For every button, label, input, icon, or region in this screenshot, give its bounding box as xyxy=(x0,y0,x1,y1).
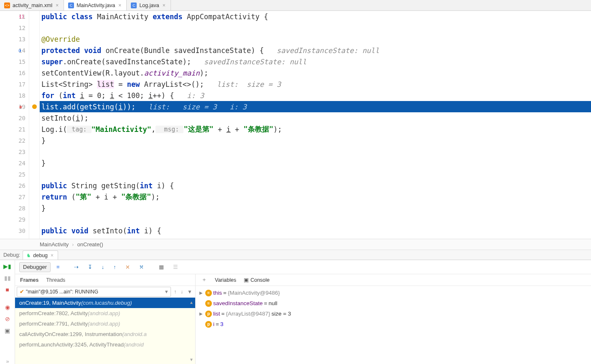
stop-icon[interactable]: ■ xyxy=(4,286,11,293)
mute-breakpoints-icon[interactable]: ⊘ xyxy=(4,315,11,323)
frames-panel: Frames Threads ✔ "main"@9,105 ...ain": R… xyxy=(15,274,196,364)
line-number[interactable]: 20 xyxy=(0,112,29,124)
frames-subtab[interactable]: Frames xyxy=(20,277,38,283)
variable-row[interactable]: ▶ p list = {ArrayList@9487} size = 3 xyxy=(198,308,591,319)
code-area[interactable]: public class MainActivity extends AppCom… xyxy=(40,11,591,239)
code-line[interactable] xyxy=(40,22,591,33)
line-number[interactable]: 11⟨⟩ xyxy=(0,11,29,22)
close-icon[interactable]: × xyxy=(117,3,122,8)
next-frame-icon[interactable]: ↓ xyxy=(179,289,184,295)
more-icon[interactable]: » xyxy=(0,358,15,364)
expand-icon[interactable]: ▶ xyxy=(198,291,204,295)
scroll-down-icon[interactable]: ▼ xyxy=(189,356,194,362)
variables-tree[interactable]: ▶ ≡ this = {MainActivity@9486} ≡ savedIn… xyxy=(196,286,591,364)
step-over-icon[interactable]: ↧ xyxy=(84,262,96,272)
resume-icon[interactable]: ▶▮ xyxy=(4,263,11,270)
line-number[interactable]: 16 xyxy=(0,67,29,78)
code-line[interactable]: for (int i = 0; i < 100; i++) { i: 3 xyxy=(40,90,591,101)
variable-row[interactable]: ▶ ≡ this = {MainActivity@9486} xyxy=(198,288,591,298)
code-line-current[interactable]: list.add(getSting(i)); list: size = 3 i:… xyxy=(40,101,591,112)
code-line[interactable]: public String getSting(int i) { xyxy=(40,180,591,191)
debugger-tab[interactable]: Debugger xyxy=(19,262,51,272)
pause-icon[interactable]: ▮▮ xyxy=(4,274,11,282)
code-line[interactable]: return ("第" + i + "条教据"); xyxy=(40,191,591,202)
code-editor[interactable]: 11⟨⟩ 12 13 14◑ 15 16 17 18 19◉ 20 21 22 … xyxy=(0,11,591,239)
stack-frame[interactable]: performCreate:7802, Activity (android.ap… xyxy=(15,308,195,318)
code-line[interactable]: } xyxy=(40,202,591,214)
step-out-icon[interactable]: ⤫ xyxy=(122,262,133,272)
code-line[interactable] xyxy=(40,169,591,180)
threads-icon[interactable]: ≡ xyxy=(53,262,63,272)
debug-config-tab[interactable]: ♞ debug × xyxy=(23,250,58,260)
add-watch-icon[interactable]: ＋ xyxy=(201,276,207,283)
line-number[interactable]: 15 xyxy=(0,56,29,67)
line-number[interactable]: 21 xyxy=(0,124,29,135)
line-number[interactable]: 23 xyxy=(0,146,29,157)
prev-frame-icon[interactable]: ↑ xyxy=(173,289,178,295)
step-into-icon[interactable]: ↓ xyxy=(98,262,108,272)
code-line[interactable]: public class MainActivity extends AppCom… xyxy=(40,11,591,22)
camera-icon[interactable]: ▣ xyxy=(4,327,11,334)
code-line[interactable]: setInto(i); xyxy=(40,112,591,124)
xml-file-icon: <> xyxy=(4,3,10,8)
code-line[interactable] xyxy=(40,146,591,157)
variable-row[interactable]: p i = 3 xyxy=(198,319,591,329)
editor-tab-main-activity[interactable]: C MainActivity.java × xyxy=(64,0,127,10)
line-number[interactable]: 17 xyxy=(0,78,29,90)
variables-subtab[interactable]: Variables xyxy=(215,277,236,283)
breakpoint-checked-icon[interactable]: ◉ xyxy=(19,104,22,109)
evaluate-expression-icon[interactable]: ▦ xyxy=(155,262,167,272)
force-step-into-icon[interactable]: ↑ xyxy=(110,262,120,272)
line-number[interactable]: 19◉ xyxy=(0,101,29,112)
code-line[interactable]: } xyxy=(40,157,591,169)
close-icon[interactable]: × xyxy=(162,3,166,8)
editor-gutter[interactable]: 11⟨⟩ 12 13 14◑ 15 16 17 18 19◉ 20 21 22 … xyxy=(0,11,29,239)
code-line[interactable]: Log.i( tag: "MainActivity", msg: "这是第" +… xyxy=(40,124,591,135)
code-line[interactable]: } xyxy=(40,135,591,146)
call-stack[interactable]: onCreate:19, MainActivity (com.lucashu.d… xyxy=(15,298,195,364)
threads-subtab[interactable]: Threads xyxy=(46,277,65,283)
line-number[interactable]: 29 xyxy=(0,214,29,225)
line-number[interactable]: 26 xyxy=(0,180,29,191)
variable-row[interactable]: ≡ savedInstanceState = null xyxy=(198,298,591,308)
close-icon[interactable]: × xyxy=(55,3,59,8)
line-number[interactable]: 27 xyxy=(0,191,29,202)
line-number[interactable]: 12 xyxy=(0,22,29,33)
stack-frame[interactable]: onCreate:19, MainActivity (com.lucashu.d… xyxy=(15,298,195,308)
code-line[interactable]: setContentView(R.layout.activity_main); xyxy=(40,67,591,78)
expand-icon[interactable]: ▶ xyxy=(198,311,204,316)
scroll-up-icon[interactable]: ▲ xyxy=(189,299,194,305)
stack-frame[interactable]: callActivityOnCreate:1299, Instrumentati… xyxy=(15,329,195,339)
filter-icon[interactable]: ▼ xyxy=(186,289,194,295)
code-line[interactable]: super.onCreate(savedInstanceState); save… xyxy=(40,56,591,67)
line-number[interactable]: 18 xyxy=(0,90,29,101)
close-icon[interactable]: × xyxy=(50,253,54,258)
editor-tab-log-java[interactable]: C Log.java × xyxy=(127,0,171,10)
line-number[interactable]: 14◑ xyxy=(0,45,29,56)
show-execution-point-icon[interactable]: ⇢ xyxy=(71,262,82,272)
trace-icon[interactable]: ☰ xyxy=(170,262,181,272)
console-subtab[interactable]: ▣Console xyxy=(244,277,270,283)
line-number[interactable]: 13 xyxy=(0,33,29,45)
field-badge-icon: ≡ xyxy=(205,290,212,296)
line-number[interactable]: 22 xyxy=(0,135,29,146)
code-line[interactable]: List<String> list = new ArrayList<>(); l… xyxy=(40,78,591,90)
drop-frame-icon[interactable]: ⤲ xyxy=(136,262,147,272)
stack-frame[interactable]: performCreate:7791, Activity (android.ap… xyxy=(15,318,195,329)
breadcrumb[interactable]: MainActivity › onCreate() xyxy=(0,239,591,250)
stack-frame[interactable]: performLaunchActivity:3245, ActivityThre… xyxy=(15,339,195,350)
param-badge-icon: p xyxy=(205,321,212,328)
line-number[interactable]: 25 xyxy=(0,169,29,180)
code-line[interactable] xyxy=(40,214,591,225)
line-number[interactable]: 30 xyxy=(0,225,29,236)
line-number[interactable]: 24 xyxy=(0,157,29,169)
breadcrumb-item[interactable]: MainActivity xyxy=(40,241,69,248)
view-breakpoints-icon[interactable]: ◉ xyxy=(4,303,11,311)
code-line[interactable]: @Override xyxy=(40,33,591,45)
breadcrumb-item[interactable]: onCreate() xyxy=(77,241,103,248)
code-line[interactable]: public void setInto(int i) { xyxy=(40,225,591,236)
line-number[interactable]: 28 xyxy=(0,202,29,214)
code-line[interactable]: protected void onCreate(Bundle savedInst… xyxy=(40,45,591,56)
thread-selector[interactable]: ✔ "main"@9,105 ...ain": RUNNING ▾ xyxy=(17,287,171,297)
editor-tab-activity-main[interactable]: <> activity_main.xml × xyxy=(0,0,64,10)
